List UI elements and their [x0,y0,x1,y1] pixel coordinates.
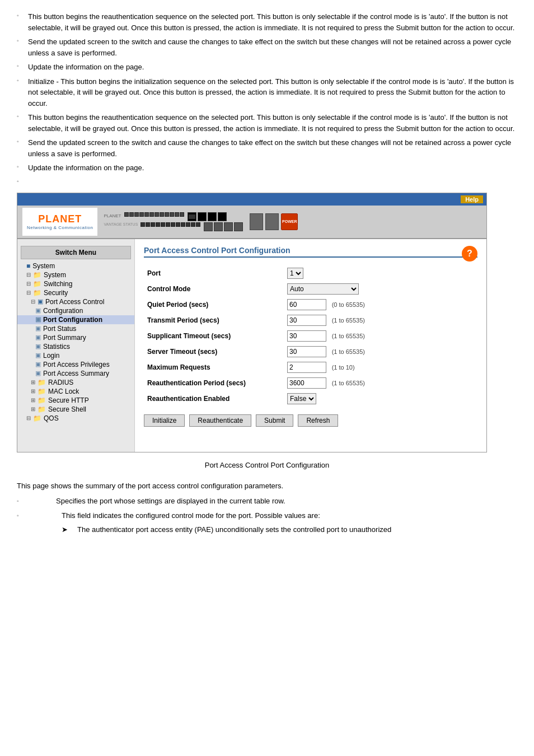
sidebar-item-qos[interactable]: ⊟ 📁 QOS [17,414,134,423]
sidebar-item-system-icon[interactable]: ■ System [17,262,134,270]
server-timeout-input[interactable] [287,346,326,357]
sidebar-item-pac-summary[interactable]: ▣ Port Access Summary [17,369,134,378]
sidebar-item-mac-lock[interactable]: ⊞ 📁 MAC Lock [17,387,134,396]
config-row-transmit-period: Transmit Period (secs) (1 to 65535) [144,312,477,328]
bullet-text-1: This button begins the reauthentication … [28,11,517,33]
sidebar-item-port-configuration[interactable]: ▣ Port Configuration [17,315,134,324]
port-select[interactable]: 1 2 3 [287,268,303,279]
config-label-reauth-period: Reauthentication Period (secs) [144,375,284,391]
sidebar-item-port-access-control[interactable]: ⊟ ▣ Port Access Control [17,297,134,306]
sidebar-label-port-summary: Port Summary [43,334,86,342]
config-value-server-timeout[interactable]: (1 to 65535) [284,344,477,360]
config-label-reauth-enabled: Reauthentication Enabled [144,391,284,407]
initialize-button[interactable]: Initialize [144,414,185,427]
config-label-quiet-period: Quiet Period (secs) [144,297,284,312]
refresh-button[interactable]: Refresh [298,414,338,427]
reauth-enabled-select[interactable]: False True [287,393,316,404]
submit-button[interactable]: Submit [256,414,293,427]
sidebar-item-radius[interactable]: ⊞ 📁 RADIUS [17,378,134,387]
main-content: ? Port Access Control Port Configuration… [135,239,486,452]
action-buttons: Initialize Reauthenticate Submit Refresh [144,414,477,427]
quiet-period-input[interactable] [287,299,326,310]
sidebar-label-system-icon: System [32,262,55,270]
bullet-dot-7: ◦ [17,164,28,170]
bullet-text-6: Send the updated screen to the switch an… [28,137,517,159]
sidebar-item-security[interactable]: ⊟ 📁 Security [17,288,134,297]
config-value-port[interactable]: 1 2 3 [284,265,477,281]
page-title: Port Access Control Port Configuration [144,246,477,258]
arrow-symbol: ➤ [62,524,73,535]
sidebar-label-radius: RADIUS [48,379,73,386]
bullet-dot-2: ◦ [17,38,28,44]
reauthenticate-button[interactable]: Reauthenticate [189,414,251,427]
bullet-dot-4: ◦ [17,77,28,83]
config-label-port: Port [144,265,284,281]
sidebar-item-secure-shell[interactable]: ⊞ 📁 Secure Shell [17,405,134,414]
sidebar-label-pac: Port Access Control [45,298,104,306]
switch-body: Switch Menu ■ System ⊟ 📁 System ⊟ 📁 Swit… [17,239,486,452]
planet-logo: PLANET Networking & Communication [22,207,98,236]
sidebar-label-port-status: Port Status [43,325,76,333]
config-row-max-requests: Maximum Requests (1 to 10) [144,360,477,375]
help-icon[interactable]: ? [462,246,477,262]
bullet-text-3: Update the information on the page. [28,62,517,73]
sidebar-label-pac-summary: Port Access Summary [43,370,109,377]
bottom-bullet-1-text: Specifies the port whose settings are di… [28,496,517,507]
sidebar-label-secure-http: Secure HTTP [48,396,89,404]
bullet-text-7: Update the information on the page. [28,162,517,174]
bullet-text-4: Initialize - This button begins the init… [28,76,517,109]
switch-topbar: PLANET Networking & Communication PLANET [17,206,486,239]
bullet-dot-5: ◦ [17,113,28,119]
sidebar-label-system: System [44,271,66,279]
config-value-control-mode[interactable]: Auto Force Authorized Force Unauthorized [284,281,477,297]
config-label-server-timeout: Server Timeout (secs) [144,344,284,360]
figure-caption: Port Access Control Port Configuration [17,461,517,469]
sidebar-item-privileges[interactable]: ▣ Port Access Privileges [17,360,134,369]
max-requests-input[interactable] [287,362,326,373]
sidebar-label-switching: Switching [44,280,72,288]
switch-ui-panel: Help PLANET Networking & Communication P… [17,193,487,452]
supplicant-timeout-hint: (1 to 65535) [332,333,365,339]
bottom-bullet-2-text: This field indicates the configured cont… [28,510,517,521]
supplicant-timeout-input[interactable] [287,330,326,342]
sidebar-label-port-configuration: Port Configuration [43,316,102,324]
transmit-period-input[interactable] [287,315,326,326]
control-mode-select[interactable]: Auto Force Authorized Force Unauthorized [287,283,359,295]
config-row-reauth-enabled: Reauthentication Enabled False True [144,391,477,407]
config-value-supplicant-timeout[interactable]: (1 to 65535) [284,328,477,344]
config-row-port: Port 1 2 3 [144,265,477,281]
config-value-reauth-enabled[interactable]: False True [284,391,477,407]
sidebar-label-qos: QOS [44,414,59,422]
sidebar-label-secure-shell: Secure Shell [48,405,86,413]
config-value-max-requests[interactable]: (1 to 10) [284,360,477,375]
sidebar-item-secure-http[interactable]: ⊞ 📁 Secure HTTP [17,396,134,405]
config-table: Port 1 2 3 Control Mode [144,265,477,407]
sidebar-label-mac-lock: MAC Lock [48,388,79,395]
reauth-period-input[interactable] [287,377,326,389]
switch-header-bar: Help [17,193,486,206]
server-timeout-hint: (1 to 65535) [332,348,365,355]
config-row-control-mode: Control Mode Auto Force Authorized Force… [144,281,477,297]
config-value-transmit-period[interactable]: (1 to 65535) [284,312,477,328]
bullet-dot-empty: ◦ [17,178,28,184]
sidebar-item-login[interactable]: ▣ Login [17,351,134,360]
quiet-period-hint: (0 to 65535) [332,301,365,308]
reauth-period-hint: (1 to 65535) [332,380,365,386]
sidebar-item-configuration[interactable]: ▣ Configuration [17,306,134,315]
sidebar-item-statistics[interactable]: ▣ Statistics [17,342,134,351]
help-button[interactable]: Help [461,195,483,203]
sidebar-label-login: Login [43,352,59,360]
sidebar-item-port-status[interactable]: ▣ Port Status [17,324,134,333]
bullet-dot-6: ◦ [17,138,28,144]
config-value-quiet-period[interactable]: (0 to 65535) [284,297,477,312]
config-value-reauth-period[interactable]: (1 to 65535) [284,375,477,391]
sidebar-item-switching[interactable]: ⊟ 📁 Switching [17,279,134,288]
arrow-text: The authenticator port access entity (PA… [77,524,391,535]
config-row-supplicant-timeout: Supplicant Timeout (secs) (1 to 65535) [144,328,477,344]
logo-sub-text: Networking & Communication [27,225,93,230]
sidebar: Switch Menu ■ System ⊟ 📁 System ⊟ 📁 Swit… [17,239,135,452]
sidebar-item-system[interactable]: ⊟ 📁 System [17,270,134,279]
logo-planet-text: PLANET [38,213,82,225]
sidebar-item-port-summary[interactable]: ▣ Port Summary [17,333,134,342]
config-row-reauth-period: Reauthentication Period (secs) (1 to 655… [144,375,477,391]
